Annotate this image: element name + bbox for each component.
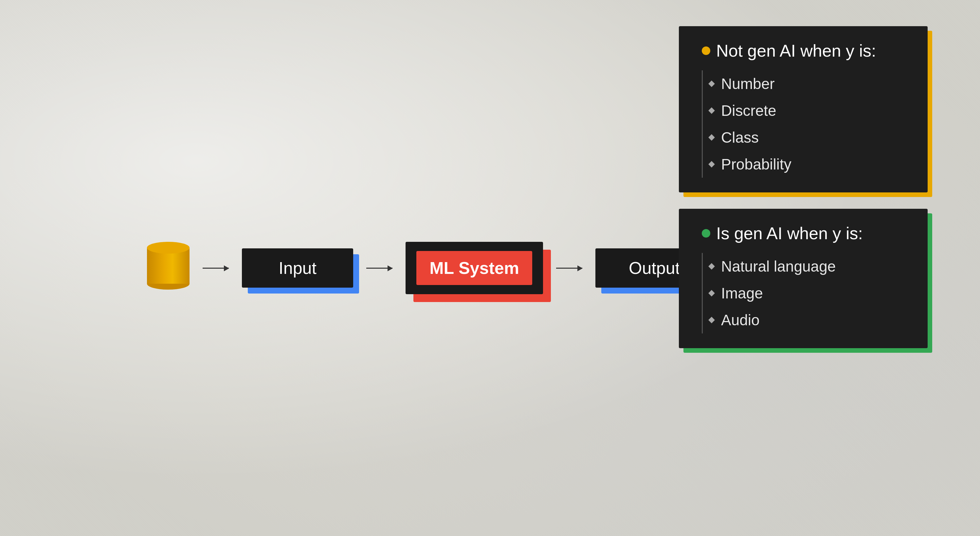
arrow-1 — [203, 268, 229, 269]
is-gen-ai-card: Is gen AI when y is: Natural language Im… — [679, 209, 928, 348]
list-item-text: Number — [721, 75, 775, 92]
not-gen-ai-card-body: Not gen AI when y is: Number Discrete Cl… — [679, 26, 928, 192]
diamond-icon — [708, 134, 715, 141]
arrow-2 — [366, 268, 393, 269]
input-box-container: Input — [242, 248, 353, 288]
list-item-text: Natural language — [721, 258, 836, 275]
input-box: Input — [242, 248, 353, 288]
ml-system-text: ML System — [430, 259, 519, 277]
not-gen-ai-title: Not gen AI when y is: — [702, 41, 910, 60]
list-item-text: Probability — [721, 156, 791, 173]
is-gen-ai-title: Is gen AI when y is: — [702, 224, 910, 243]
list-item-text: Image — [721, 285, 763, 302]
list-item-text: Discrete — [721, 102, 776, 119]
not-gen-ai-card: Not gen AI when y is: Number Discrete Cl… — [679, 26, 928, 192]
diamond-icon — [708, 107, 715, 114]
list-item-text: Class — [721, 129, 759, 146]
list-item-text: Audio — [721, 311, 760, 329]
diamond-icon — [708, 317, 715, 323]
list-item: Discrete — [709, 97, 910, 124]
input-label: Input — [278, 258, 317, 278]
diamond-icon — [708, 161, 715, 167]
list-item: Image — [709, 280, 910, 307]
is-gen-ai-title-text: Is gen AI when y is: — [716, 224, 863, 243]
ml-system-outer-box: ML System — [406, 242, 543, 294]
ml-system-label: ML System — [416, 251, 532, 285]
list-item: Audio — [709, 307, 910, 334]
database-icon — [147, 242, 189, 294]
ml-system-box-container: ML System — [406, 242, 543, 294]
list-item: Class — [709, 124, 910, 151]
list-item: Number — [709, 70, 910, 97]
diamond-icon — [708, 290, 715, 296]
output-label: Output — [629, 258, 680, 278]
yellow-dot-icon — [702, 46, 710, 55]
is-gen-ai-list: Natural language Image Audio — [702, 253, 910, 334]
arrow-3 — [556, 268, 582, 269]
diamond-icon — [708, 263, 715, 270]
is-gen-ai-card-body: Is gen AI when y is: Natural language Im… — [679, 209, 928, 348]
diagram-flow: Input ML System Output — [147, 242, 713, 294]
green-dot-icon — [702, 229, 710, 238]
diamond-icon — [708, 81, 715, 87]
info-cards-area: Not gen AI when y is: Number Discrete Cl… — [679, 26, 928, 348]
list-item: Natural language — [709, 253, 910, 280]
not-gen-ai-title-text: Not gen AI when y is: — [716, 41, 876, 60]
not-gen-ai-list: Number Discrete Class Probability — [702, 70, 910, 178]
list-item: Probability — [709, 151, 910, 178]
